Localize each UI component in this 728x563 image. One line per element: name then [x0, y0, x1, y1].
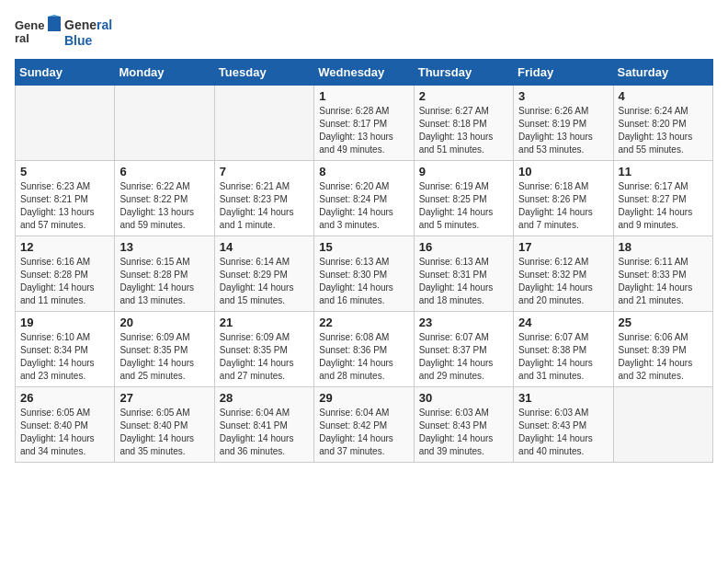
calendar-cell: 25Sunrise: 6:06 AMSunset: 8:39 PMDayligh…	[613, 312, 712, 387]
calendar-cell: 19Sunrise: 6:10 AMSunset: 8:34 PMDayligh…	[16, 312, 115, 387]
day-info: Sunrise: 6:09 AMSunset: 8:35 PMDaylight:…	[220, 331, 309, 383]
calendar-cell: 9Sunrise: 6:19 AMSunset: 8:25 PMDaylight…	[414, 161, 513, 236]
day-info: Sunrise: 6:03 AMSunset: 8:43 PMDaylight:…	[419, 407, 508, 458]
day-number: 24	[518, 316, 608, 329]
calendar-cell: 20Sunrise: 6:09 AMSunset: 8:35 PMDayligh…	[115, 312, 214, 387]
header-tuesday: Tuesday	[214, 60, 313, 86]
day-number: 23	[419, 316, 508, 329]
header-wednesday: Wednesday	[314, 60, 414, 86]
calendar-week-4: 26Sunrise: 6:05 AMSunset: 8:40 PMDayligh…	[16, 387, 713, 463]
day-number: 4	[619, 89, 708, 103]
day-info: Sunrise: 6:15 AMSunset: 8:28 PMDaylight:…	[119, 256, 209, 307]
calendar-cell: 4Sunrise: 6:24 AMSunset: 8:20 PMDaylight…	[613, 86, 712, 161]
day-number: 14	[220, 240, 309, 254]
day-number: 22	[319, 316, 408, 329]
day-number: 8	[319, 165, 408, 178]
day-info: Sunrise: 6:06 AMSunset: 8:39 PMDaylight:…	[619, 331, 708, 383]
day-info: Sunrise: 6:05 AMSunset: 8:40 PMDaylight:…	[119, 407, 209, 458]
calendar-cell: 18Sunrise: 6:11 AMSunset: 8:33 PMDayligh…	[613, 236, 712, 312]
logo: Gene ral General Blue	[15, 15, 112, 52]
calendar-cell: 31Sunrise: 6:03 AMSunset: 8:43 PMDayligh…	[514, 387, 613, 463]
calendar-cell: 29Sunrise: 6:04 AMSunset: 8:42 PMDayligh…	[314, 387, 414, 463]
day-info: Sunrise: 6:13 AMSunset: 8:30 PMDaylight:…	[319, 256, 408, 307]
day-number: 20	[119, 316, 209, 329]
day-info: Sunrise: 6:16 AMSunset: 8:28 PMDaylight:…	[20, 256, 109, 307]
day-number: 12	[20, 240, 109, 254]
calendar-week-3: 19Sunrise: 6:10 AMSunset: 8:34 PMDayligh…	[16, 312, 713, 387]
svg-text:ral: ral	[15, 31, 29, 45]
calendar-cell: 7Sunrise: 6:21 AMSunset: 8:23 PMDaylight…	[214, 161, 313, 236]
day-info: Sunrise: 6:22 AMSunset: 8:22 PMDaylight:…	[119, 180, 209, 232]
day-number: 6	[119, 165, 209, 178]
header-friday: Friday	[514, 60, 613, 86]
calendar-cell: 26Sunrise: 6:05 AMSunset: 8:40 PMDayligh…	[16, 387, 115, 463]
calendar-cell: 2Sunrise: 6:27 AMSunset: 8:18 PMDaylight…	[414, 86, 513, 161]
day-number: 18	[619, 240, 708, 254]
day-info: Sunrise: 6:21 AMSunset: 8:23 PMDaylight:…	[220, 180, 309, 232]
day-info: Sunrise: 6:24 AMSunset: 8:20 PMDaylight:…	[619, 105, 708, 156]
day-number: 21	[220, 316, 309, 329]
logo-wordmark: General Blue	[64, 17, 112, 49]
day-info: Sunrise: 6:10 AMSunset: 8:34 PMDaylight:…	[20, 331, 109, 383]
day-info: Sunrise: 6:20 AMSunset: 8:24 PMDaylight:…	[319, 180, 408, 232]
calendar-cell	[613, 387, 712, 463]
calendar-cell: 30Sunrise: 6:03 AMSunset: 8:43 PMDayligh…	[414, 387, 513, 463]
day-number: 11	[619, 165, 708, 178]
header-monday: Monday	[115, 60, 214, 86]
day-info: Sunrise: 6:26 AMSunset: 8:19 PMDaylight:…	[518, 105, 608, 156]
day-info: Sunrise: 6:18 AMSunset: 8:26 PMDaylight:…	[518, 180, 608, 232]
day-info: Sunrise: 6:23 AMSunset: 8:21 PMDaylight:…	[20, 180, 109, 232]
calendar-cell: 21Sunrise: 6:09 AMSunset: 8:35 PMDayligh…	[214, 312, 313, 387]
day-number: 1	[319, 89, 408, 103]
calendar-cell: 14Sunrise: 6:14 AMSunset: 8:29 PMDayligh…	[214, 236, 313, 312]
day-info: Sunrise: 6:17 AMSunset: 8:27 PMDaylight:…	[619, 180, 708, 232]
day-info: Sunrise: 6:27 AMSunset: 8:18 PMDaylight:…	[419, 105, 508, 156]
day-info: Sunrise: 6:19 AMSunset: 8:25 PMDaylight:…	[419, 180, 508, 232]
day-number: 17	[518, 240, 608, 254]
calendar-week-2: 12Sunrise: 6:16 AMSunset: 8:28 PMDayligh…	[16, 236, 713, 312]
calendar-week-0: 1Sunrise: 6:28 AMSunset: 8:17 PMDaylight…	[16, 86, 713, 161]
day-info: Sunrise: 6:07 AMSunset: 8:37 PMDaylight:…	[419, 331, 508, 383]
calendar-cell: 1Sunrise: 6:28 AMSunset: 8:17 PMDaylight…	[314, 86, 414, 161]
day-number: 3	[518, 89, 608, 103]
calendar-cell: 6Sunrise: 6:22 AMSunset: 8:22 PMDaylight…	[115, 161, 214, 236]
calendar-cell: 13Sunrise: 6:15 AMSunset: 8:28 PMDayligh…	[115, 236, 214, 312]
day-info: Sunrise: 6:07 AMSunset: 8:38 PMDaylight:…	[518, 331, 608, 383]
day-info: Sunrise: 6:04 AMSunset: 8:42 PMDaylight:…	[319, 407, 408, 458]
day-number: 5	[20, 165, 109, 178]
day-number: 15	[319, 240, 408, 254]
day-info: Sunrise: 6:28 AMSunset: 8:17 PMDaylight:…	[319, 105, 408, 156]
day-info: Sunrise: 6:03 AMSunset: 8:43 PMDaylight:…	[518, 407, 608, 458]
calendar-cell: 5Sunrise: 6:23 AMSunset: 8:21 PMDaylight…	[16, 161, 115, 236]
calendar-cell: 10Sunrise: 6:18 AMSunset: 8:26 PMDayligh…	[514, 161, 613, 236]
svg-marker-2	[48, 17, 61, 31]
day-info: Sunrise: 6:11 AMSunset: 8:33 PMDaylight:…	[619, 256, 708, 307]
logo-svg: Gene ral	[15, 15, 61, 52]
calendar-cell: 12Sunrise: 6:16 AMSunset: 8:28 PMDayligh…	[16, 236, 115, 312]
calendar-cell	[16, 86, 115, 161]
day-info: Sunrise: 6:13 AMSunset: 8:31 PMDaylight:…	[419, 256, 508, 307]
day-number: 7	[220, 165, 309, 178]
svg-text:Gene: Gene	[15, 18, 45, 32]
calendar-cell: 16Sunrise: 6:13 AMSunset: 8:31 PMDayligh…	[414, 236, 513, 312]
day-info: Sunrise: 6:09 AMSunset: 8:35 PMDaylight:…	[119, 331, 209, 383]
day-info: Sunrise: 6:14 AMSunset: 8:29 PMDaylight:…	[220, 256, 309, 307]
day-number: 27	[119, 391, 209, 405]
day-number: 29	[319, 391, 408, 405]
calendar-cell: 22Sunrise: 6:08 AMSunset: 8:36 PMDayligh…	[314, 312, 414, 387]
calendar-cell: 8Sunrise: 6:20 AMSunset: 8:24 PMDaylight…	[314, 161, 414, 236]
calendar-cell: 15Sunrise: 6:13 AMSunset: 8:30 PMDayligh…	[314, 236, 414, 312]
calendar-cell: 3Sunrise: 6:26 AMSunset: 8:19 PMDaylight…	[514, 86, 613, 161]
day-info: Sunrise: 6:04 AMSunset: 8:41 PMDaylight:…	[220, 407, 309, 458]
header-sunday: Sunday	[16, 60, 115, 86]
calendar-cell	[214, 86, 313, 161]
day-info: Sunrise: 6:08 AMSunset: 8:36 PMDaylight:…	[319, 331, 408, 383]
header: Gene ral General Blue	[15, 15, 713, 52]
calendar-cell: 11Sunrise: 6:17 AMSunset: 8:27 PMDayligh…	[613, 161, 712, 236]
day-info: Sunrise: 6:12 AMSunset: 8:32 PMDaylight:…	[518, 256, 608, 307]
day-number: 13	[119, 240, 209, 254]
day-number: 25	[619, 316, 708, 329]
day-info: Sunrise: 6:05 AMSunset: 8:40 PMDaylight:…	[20, 407, 109, 458]
day-number: 30	[419, 391, 508, 405]
svg-marker-3	[48, 15, 61, 17]
